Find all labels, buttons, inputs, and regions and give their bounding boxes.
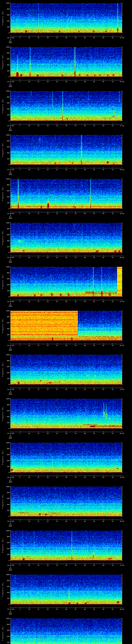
x-tick-label: 55 xyxy=(112,169,114,170)
y-tick-label: 200 xyxy=(0,598,10,599)
x-tick-label: 40 xyxy=(84,169,86,170)
spectrogram-panel: 02004006008001000Frequency (Hz)510152025… xyxy=(0,132,132,176)
x-tick-label: 40 xyxy=(84,81,86,82)
spectrogram-panel: 02004006008001000Frequency (Hz)510152025… xyxy=(0,528,132,572)
start-time-label: 19:26:00 xyxy=(7,565,14,566)
x-tick-label: 45 xyxy=(93,477,95,478)
date-year-label: 2015 xyxy=(9,613,12,615)
spectrogram-plot-canvas xyxy=(0,616,132,644)
y-tick-label: 200 xyxy=(0,466,10,467)
x-tick-label: 35 xyxy=(75,608,76,610)
frequency-axis-title: Frequency (Hz) xyxy=(2,99,4,113)
date-year-label: 2015 xyxy=(9,262,12,263)
x-tick-label: 15 xyxy=(38,125,39,126)
x-tick-label: 45 xyxy=(93,169,95,170)
x-tick-label: 25 xyxy=(56,169,58,170)
x-tick-label: 40 xyxy=(84,520,86,522)
end-time-label: 20:00 xyxy=(120,257,124,258)
x-tick-label: 50 xyxy=(102,477,104,478)
y-tick-label: 1000 xyxy=(0,442,10,444)
frequency-axis-title: Frequency (Hz) xyxy=(2,274,4,289)
x-tick-label: 45 xyxy=(93,125,95,126)
y-tick-label: 200 xyxy=(0,70,10,72)
y-tick-label: 0 xyxy=(0,32,10,34)
x-tick-label: 15 xyxy=(38,565,39,566)
x-tick-label: 35 xyxy=(75,257,76,258)
x-tick-label: 25 xyxy=(56,81,58,82)
y-tick-label: 0 xyxy=(0,384,10,385)
y-tick-label: 400 xyxy=(0,372,10,374)
x-tick-label: 50 xyxy=(102,301,104,302)
x-tick-label: 30 xyxy=(65,125,67,126)
date-year-label: 2015 xyxy=(9,570,12,571)
x-tick-label: 50 xyxy=(102,433,104,434)
x-tick-label: 25 xyxy=(56,125,58,126)
y-tick-label: 800 xyxy=(0,404,10,406)
start-time-label: 19:25:00 xyxy=(7,520,14,522)
y-tick-label: 400 xyxy=(0,636,10,637)
spectrogram-panel: 02004006008001000Frequency (Hz)510152025… xyxy=(0,484,132,528)
y-tick-label: 200 xyxy=(0,334,10,336)
spectrogram-panel: 02004006008001000Frequency (Hz)510152025… xyxy=(0,308,132,352)
x-tick-label: 10 xyxy=(28,608,30,610)
y-tick-label: 800 xyxy=(0,184,10,186)
y-tick-label: 600 xyxy=(0,630,10,631)
x-tick-label: 35 xyxy=(75,213,76,214)
start-time-label: 19:27:00 xyxy=(7,608,14,610)
y-tick-label: 400 xyxy=(0,64,10,66)
frequency-axis-title: Frequency (Hz) xyxy=(2,450,4,465)
x-tick-label: 55 xyxy=(112,257,114,258)
x-tick-label: 5 xyxy=(20,345,20,346)
x-tick-label: 30 xyxy=(65,433,67,434)
x-tick-label: 20 xyxy=(47,433,48,434)
x-tick-label: 30 xyxy=(65,213,67,214)
x-tick-label: 45 xyxy=(93,301,95,302)
x-tick-label: 50 xyxy=(102,345,104,346)
y-tick-label: 800 xyxy=(0,316,10,318)
spectrogram-panel: 02004006008001000Frequency (Hz)510152025… xyxy=(0,220,132,264)
x-tick-label: 45 xyxy=(93,565,95,566)
y-tick-label: 400 xyxy=(0,460,10,461)
x-tick-label: 35 xyxy=(75,389,76,390)
x-tick-label: 10 xyxy=(28,125,30,126)
y-tick-label: 400 xyxy=(0,548,10,549)
x-tick-label: 25 xyxy=(56,37,58,38)
frequency-axis-title: Frequency (Hz) xyxy=(2,626,4,641)
y-tick-label: 600 xyxy=(0,322,10,324)
x-tick-label: 40 xyxy=(84,257,86,258)
x-tick-label: 35 xyxy=(75,125,76,126)
x-tick-label: 25 xyxy=(56,257,58,258)
x-tick-label: 35 xyxy=(75,565,76,566)
y-tick-label: 600 xyxy=(0,366,10,367)
start-time-label: 19:23:00 xyxy=(7,433,14,434)
x-tick-label: 40 xyxy=(84,345,86,346)
end-time-label: 18:00 xyxy=(120,169,124,170)
y-tick-label: 200 xyxy=(0,378,10,379)
y-tick-label: 400 xyxy=(0,284,10,286)
date-year-label: 2015 xyxy=(9,306,12,307)
y-tick-label: 600 xyxy=(0,542,10,543)
x-tick-label: 20 xyxy=(47,81,48,82)
end-time-label: 28:00 xyxy=(120,608,124,610)
x-tick-label: 5 xyxy=(20,520,20,522)
x-tick-label: 20 xyxy=(47,520,48,522)
x-tick-label: 55 xyxy=(112,213,114,214)
y-tick-label: 200 xyxy=(0,246,10,248)
x-tick-label: 10 xyxy=(28,213,30,214)
frequency-axis-title: Frequency (Hz) xyxy=(2,494,4,509)
x-tick-label: 35 xyxy=(75,477,76,478)
end-time-label: 23:00 xyxy=(120,389,124,390)
x-tick-label: 55 xyxy=(112,477,114,478)
y-tick-label: 800 xyxy=(0,272,10,274)
spectrogram-panel: 02004006008001000Frequency (Hz)510152025… xyxy=(0,176,132,220)
x-tick-label: 45 xyxy=(93,389,95,390)
y-tick-label: 200 xyxy=(0,510,10,511)
start-time-label: 19:15:00 xyxy=(7,81,14,82)
y-tick-label: 600 xyxy=(0,58,10,60)
y-tick-label: 1000 xyxy=(0,134,10,136)
x-tick-label: 20 xyxy=(47,301,48,302)
x-tick-label: 35 xyxy=(75,37,76,38)
x-tick-label: 5 xyxy=(20,433,20,434)
x-tick-label: 10 xyxy=(28,520,30,522)
date-year-label: 2015 xyxy=(9,482,12,483)
